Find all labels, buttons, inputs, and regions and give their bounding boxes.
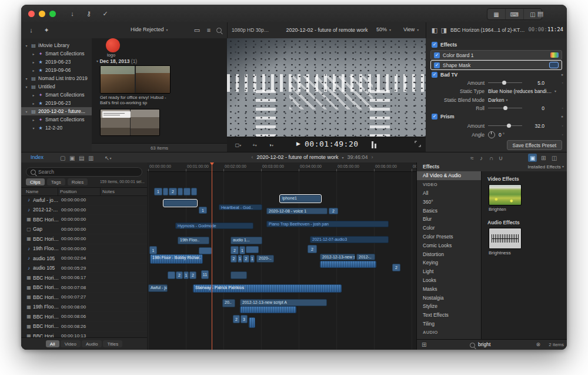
zoom-button[interactable] — [49, 11, 56, 17]
timeline-clip[interactable] — [183, 188, 191, 195]
keyframe-dot-icon[interactable]: ◦ — [562, 124, 563, 128]
effects-category[interactable]: All — [417, 189, 482, 198]
view-option-1-icon[interactable]: ▢ — [60, 152, 65, 163]
timeline-clip[interactable]: 1 — [199, 207, 207, 214]
effects-category[interactable]: Color Presets — [417, 233, 482, 241]
sidebar-item[interactable]: ▸★2019-06-23 — [21, 58, 92, 66]
sidebar-item[interactable]: ▾★12-2-20 — [21, 124, 92, 132]
effect-name-brighten[interactable]: Brighten — [489, 207, 506, 212]
table-row[interactable]: ▦BBC Horizo..00:00:07:27 — [21, 293, 147, 303]
timeline-clip[interactable]: iphone1 — [280, 195, 321, 203]
timeline-clip[interactable]: 2 — [233, 315, 240, 323]
sidebar-item[interactable]: ▸✦Smart Collections — [21, 91, 92, 99]
timeline-clip[interactable] — [168, 271, 175, 279]
sidebar-item[interactable]: ▾▤iMovie Library — [21, 41, 92, 49]
index-search-field[interactable]: Search — [26, 167, 142, 177]
sidebar-item[interactable]: ▸★2019-09-06 — [21, 66, 92, 74]
timeline-clip[interactable]: 2012-12-13-new script A — [240, 299, 327, 306]
effects-category[interactable]: Looks — [417, 276, 482, 285]
view-option-4-icon[interactable]: ▥ — [88, 152, 93, 163]
panel-right-icon[interactable]: ◨ — [437, 25, 450, 35]
blend-mode-value[interactable]: Darken — [488, 97, 504, 103]
index-tab-clips[interactable]: Clips — [26, 178, 45, 185]
crop-tool-icon[interactable]: ▢▾ — [232, 140, 245, 150]
timeline-clip[interactable]: Hypnosis - Godmode — [175, 223, 253, 229]
disclosure-closed-icon[interactable]: ▸ — [31, 118, 36, 122]
effects-category[interactable]: Keying — [417, 258, 482, 267]
table-row[interactable]: ▦BBC Horizo..00:00:07:08 — [21, 283, 147, 293]
media-import-icon[interactable]: ↓ — [25, 25, 38, 35]
keyframe-dot-icon[interactable]: ◦ — [562, 81, 563, 85]
timeline-clip[interactable]: 1 — [149, 246, 157, 254]
view-option-3-icon[interactable]: ▤ — [79, 152, 84, 163]
disclosure-open-icon[interactable]: ▾ — [24, 44, 29, 48]
effects-category[interactable]: All Video & Audio — [417, 171, 482, 180]
disclosure-open-icon[interactable]: ▾ — [24, 85, 29, 89]
amount-value[interactable]: 5.0 — [527, 80, 544, 86]
timeline-project-title[interactable]: 2020-12-02 - future of remote work — [256, 154, 338, 160]
play-button[interactable]: ▶ — [296, 141, 300, 147]
timeline-clip[interactable] — [199, 247, 212, 254]
close-button[interactable] — [28, 11, 35, 17]
disclosure-open-icon[interactable]: ▾ — [96, 59, 98, 63]
timeline-clip[interactable]: audio 1... — [230, 237, 262, 244]
keyframe-dot-icon[interactable]: ● — [561, 114, 563, 118]
clip-filmstrip-1[interactable] — [100, 65, 171, 94]
viewer-view-dropdown[interactable]: View ▾ — [403, 26, 419, 32]
effects-search-text[interactable]: bright — [478, 341, 490, 347]
disclosure-open-icon[interactable]: ▾ — [24, 109, 29, 114]
sidebar-item[interactable]: ▾▤Untitled — [21, 82, 92, 91]
timeline-clip[interactable]: 2 — [176, 271, 183, 279]
effects-category[interactable]: Stylize — [417, 302, 482, 311]
timeline-clip[interactable]: 2 — [230, 255, 237, 263]
prism-checkbox[interactable]: ✓ — [432, 114, 437, 120]
table-row[interactable]: ♪audio 10500:00:05:29 — [21, 264, 147, 274]
effects-category[interactable]: Tiling — [417, 320, 482, 328]
overlay-tool-icon[interactable]: ◑▾ — [265, 140, 278, 150]
keyframe-dot-icon[interactable]: ● — [561, 72, 563, 77]
timeline-clip[interactable]: 2 — [230, 246, 239, 254]
timeline-clip[interactable]: 3 — [240, 315, 248, 323]
disclosure-closed-icon[interactable]: ▸ — [31, 93, 36, 97]
filter-tab-video[interactable]: Video — [61, 340, 81, 347]
table-row[interactable]: ♪audio 10500:00:02:04 — [21, 254, 147, 264]
index-tab-roles[interactable]: Roles — [68, 178, 88, 185]
amount-slider[interactable] — [488, 82, 522, 83]
timeline-clip[interactable]: 2 — [169, 188, 177, 195]
clip-filmstrip-2[interactable] — [100, 109, 160, 136]
chevron-down-icon[interactable]: ▾ — [554, 89, 556, 93]
search-icon[interactable] — [216, 28, 222, 33]
effects-category[interactable]: Text Effects — [417, 311, 482, 320]
playhead[interactable] — [212, 162, 212, 350]
timeline-clip[interactable] — [163, 200, 197, 207]
sidebar-item[interactable]: ▸★2019-06-23 — [21, 99, 92, 107]
sidebar-item[interactable]: ▾▤Nomad List Intro 2019 — [21, 74, 92, 82]
timeline-clip[interactable] — [178, 188, 183, 195]
timeline-clip[interactable]: Awful - josh pan — [148, 284, 168, 292]
installed-effects-dropdown[interactable]: Installed Effects ▾ — [527, 164, 564, 170]
table-row[interactable]: ▦BBC Horizo..00:00:08:26 — [21, 322, 147, 332]
timeline-clip[interactable]: 1 — [238, 255, 242, 263]
disclosure-closed-icon[interactable]: ▸ — [31, 60, 36, 64]
import-media-icon[interactable]: ↓ — [66, 8, 79, 19]
index-button[interactable]: Index — [31, 154, 44, 160]
timeline-clip[interactable]: 1 — [239, 246, 245, 254]
background-tasks-icon[interactable]: ✓ — [99, 8, 112, 19]
timeline-clip[interactable]: Stairway - Patrick Patrikios — [193, 284, 342, 293]
prev-project-icon[interactable]: ‹ — [251, 154, 253, 160]
table-row[interactable]: ♪Awful - josh..00:00:00:00 — [21, 195, 147, 205]
timeline-clip[interactable]: 2 — [243, 255, 249, 263]
timeline-clip[interactable] — [163, 188, 168, 195]
timeline-clip[interactable]: Heartbeat - God.. — [219, 204, 262, 210]
sidebar-item[interactable]: ▸✦Smart Collections — [21, 115, 92, 124]
filter-tab-titles[interactable]: Titles — [103, 340, 122, 347]
timeline-clip[interactable]: 2021-12-07-audio3 — [310, 236, 389, 243]
table-row[interactable]: ▦BBC Horizo..00:00:00:00 — [21, 234, 147, 244]
filter-dropdown[interactable]: Hide Rejected ▾ — [131, 26, 168, 32]
effects-category[interactable]: Blur — [417, 215, 482, 224]
timeline-clip[interactable] — [249, 317, 255, 328]
media-browser-button[interactable]: ◫ — [552, 152, 557, 163]
table-row[interactable]: ▦BBC Horizo..00:00:08:06 — [21, 312, 147, 322]
solo-toggle-icon[interactable]: ∩ — [489, 152, 493, 163]
minimize-button[interactable] — [39, 11, 45, 17]
